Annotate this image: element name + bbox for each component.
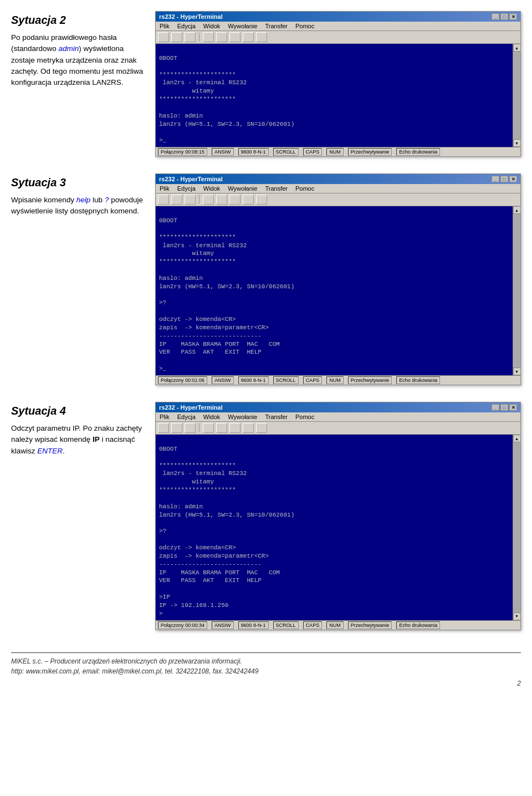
close-button[interactable]: ✕ (509, 176, 517, 182)
maximize-button[interactable]: □ (500, 13, 508, 20)
terminal-screen: 0BOOT ********************* lan2rs - ter… (156, 435, 513, 620)
menu-item-edycja[interactable]: Edycja (176, 22, 197, 30)
footer: MiKEL s.c. – Producent urządzeń elektron… (11, 652, 521, 688)
terminal-title: rs232 - HyperTerminal (159, 13, 223, 20)
scroll-up-button[interactable]: ▲ (513, 435, 521, 442)
titlebar-buttons: _□✕ (492, 176, 517, 182)
terminal-menubar: PlikEdycjaWidokWywołanieTransferPomoc (156, 22, 520, 31)
toolbar-button-6[interactable] (243, 423, 254, 433)
menu-item-plik[interactable]: Plik (158, 22, 171, 30)
minimize-button[interactable]: _ (492, 404, 499, 411)
scroll-down-button[interactable]: ▼ (513, 613, 521, 620)
terminal-title: rs232 - HyperTerminal (159, 176, 223, 182)
section-text-sytuacja4: Sytuacja 4Odczyt parametru IP. Po znaku … (11, 402, 144, 457)
toolbar-button-7[interactable] (256, 195, 267, 205)
terminal-scrollbar: ▲▼ (513, 206, 520, 375)
toolbar-button-3[interactable] (203, 32, 214, 42)
toolbar-button-3[interactable] (203, 195, 214, 205)
menu-item-transfer[interactable]: Transfer (263, 185, 289, 192)
status-item-4: CAPS (303, 148, 323, 156)
menu-item-widok[interactable]: Widok (202, 413, 222, 421)
menu-item-widok[interactable]: Widok (202, 22, 222, 30)
scroll-up-button[interactable]: ▲ (513, 44, 521, 52)
footer-line1: MiKEL s.c. – Producent urządzeń elektron… (11, 656, 521, 666)
status-item-4: CAPS (303, 376, 323, 384)
terminal-content-area: 0BOOT ********************* lan2rs - ter… (156, 435, 520, 620)
terminal-titlebar: rs232 - HyperTerminal_□✕ (156, 12, 520, 22)
toolbar-button-1[interactable] (171, 195, 182, 205)
terminal-statusbar: Połączony 00:08:15ANSIW9600 8-N-1SCROLLC… (156, 147, 520, 156)
titlebar-buttons: _□✕ (492, 13, 517, 20)
status-item-4: CAPS (303, 621, 323, 629)
status-item-5: NUM (326, 148, 344, 156)
menu-item-wywołanie[interactable]: Wywołanie (226, 22, 259, 30)
footer-line2: http: www.mikel.com.pl, email: mikel@mik… (11, 666, 521, 676)
scroll-down-button[interactable]: ▼ (513, 368, 521, 375)
toolbar-separator (199, 195, 200, 204)
menu-item-transfer[interactable]: Transfer (263, 22, 289, 30)
menu-item-pomoc[interactable]: Pomoc (294, 413, 316, 421)
toolbar-button-3[interactable] (203, 423, 214, 433)
page-number: 2 (11, 678, 521, 688)
toolbar-button-1[interactable] (171, 423, 182, 433)
close-button[interactable]: ✕ (509, 404, 517, 411)
status-item-6: Przechwytywanie (348, 148, 392, 156)
toolbar-button-2[interactable] (185, 32, 196, 42)
terminal-window-sytuacja4: rs232 - HyperTerminal_□✕PlikEdycjaWidokW… (155, 402, 521, 630)
status-item-1: ANSIW (212, 621, 234, 629)
status-item-2: 9600 8-N-1 (238, 148, 269, 156)
maximize-button[interactable]: □ (500, 176, 508, 182)
toolbar-button-4[interactable] (216, 195, 227, 205)
menu-item-wywołanie[interactable]: Wywołanie (226, 413, 259, 421)
status-item-7: Echo drukowania (396, 376, 440, 384)
terminal-screen: 0BOOT ********************* lan2rs - ter… (156, 44, 513, 147)
toolbar-button-4[interactable] (216, 32, 227, 42)
terminal-titlebar: rs232 - HyperTerminal_□✕ (156, 174, 520, 184)
terminal-content-area: 0BOOT ********************* lan2rs - ter… (156, 206, 520, 375)
menu-item-edycja[interactable]: Edycja (176, 185, 197, 192)
scroll-track (513, 52, 520, 139)
toolbar-button-0[interactable] (158, 195, 169, 205)
menu-item-plik[interactable]: Plik (158, 185, 171, 192)
terminal-toolbar (156, 422, 520, 435)
status-item-6: Przechwytywanie (348, 376, 392, 384)
close-button[interactable]: ✕ (509, 13, 517, 20)
terminal-statusbar: Połączony 00:00:34ANSIW9600 8-N-1SCROLLC… (156, 620, 520, 630)
status-item-3: SCROLL (273, 621, 299, 629)
maximize-button[interactable]: □ (500, 404, 508, 411)
toolbar-button-2[interactable] (185, 423, 196, 433)
scroll-up-button[interactable]: ▲ (513, 206, 521, 214)
toolbar-button-6[interactable] (243, 195, 254, 205)
toolbar-button-5[interactable] (229, 32, 241, 42)
minimize-button[interactable]: _ (492, 176, 499, 182)
menu-item-pomoc[interactable]: Pomoc (294, 185, 316, 192)
menu-item-wywołanie[interactable]: Wywołanie (226, 185, 259, 192)
section-body-sytuacja3: Wpisanie komendy help lub ? powoduje wyś… (11, 195, 144, 217)
toolbar-button-6[interactable] (243, 32, 254, 42)
terminal-title: rs232 - HyperTerminal (159, 404, 223, 411)
toolbar-button-4[interactable] (216, 423, 227, 433)
toolbar-button-0[interactable] (158, 32, 169, 42)
terminal-titlebar: rs232 - HyperTerminal_□✕ (156, 402, 520, 412)
toolbar-button-5[interactable] (229, 195, 241, 205)
section-row-sytuacja3: Sytuacja 3Wpisanie komendy help lub ? po… (11, 174, 521, 385)
toolbar-button-2[interactable] (185, 195, 196, 205)
menu-item-pomoc[interactable]: Pomoc (294, 22, 316, 30)
menu-item-transfer[interactable]: Transfer (263, 413, 289, 421)
toolbar-button-7[interactable] (256, 423, 267, 433)
scroll-down-button[interactable]: ▼ (513, 139, 521, 147)
menu-item-plik[interactable]: Plik (158, 413, 171, 421)
menu-item-widok[interactable]: Widok (202, 185, 222, 192)
menu-item-edycja[interactable]: Edycja (176, 413, 197, 421)
terminal-menubar: PlikEdycjaWidokWywołanieTransferPomoc (156, 412, 520, 422)
minimize-button[interactable]: _ (492, 13, 499, 20)
toolbar-button-1[interactable] (171, 32, 182, 42)
terminal-content-area: 0BOOT ********************* lan2rs - ter… (156, 44, 520, 147)
section-title-sytuacja4: Sytuacja 4 (11, 405, 144, 417)
toolbar-button-5[interactable] (229, 423, 241, 433)
terminal-toolbar (156, 193, 520, 206)
toolbar-button-7[interactable] (256, 32, 267, 42)
terminal-window-sytuacja3: rs232 - HyperTerminal_□✕PlikEdycjaWidokW… (155, 174, 521, 385)
terminal-screen: 0BOOT ********************* lan2rs - ter… (156, 206, 513, 375)
toolbar-button-0[interactable] (158, 423, 169, 433)
